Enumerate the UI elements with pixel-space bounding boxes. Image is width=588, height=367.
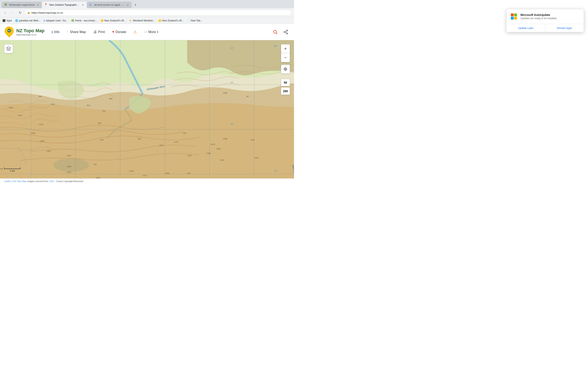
bookmark-nz-off1[interactable]: 🟡 New Zealand's off...	[100, 19, 126, 22]
bookmark-westland[interactable]: 🌤️ Westland Weather...	[129, 19, 155, 22]
svg-text:905: 905	[251, 139, 254, 141]
svg-text:483: 483	[98, 122, 101, 124]
svg-text:639: 639	[100, 139, 103, 141]
tab-favicon-whitewater: 🌿	[4, 3, 7, 7]
svg-text:07: 07	[231, 47, 233, 50]
footer-crown: - Crown Copyright Reserved	[55, 180, 83, 183]
svg-text:815: 815	[51, 103, 54, 105]
nav-print-label: Print	[98, 30, 105, 34]
svg-line-10	[285, 31, 287, 32]
nav-print[interactable]: 🖨 Print	[90, 28, 108, 36]
nav-donate[interactable]: ♥ Donate	[109, 28, 129, 36]
footer-text: images sourced from	[27, 180, 48, 183]
nav-alert[interactable]: ⚠	[131, 28, 140, 36]
bookmark-home-label: Home - aus.inreac...	[75, 19, 97, 22]
scale-50-button[interactable]: 50	[281, 79, 290, 86]
zoom-out-button[interactable]: −	[281, 53, 290, 62]
bookmark-apps[interactable]: ⬛ Apps	[2, 19, 12, 22]
nav-info[interactable]: ℹ Info	[49, 28, 62, 36]
tab-close-whitewater[interactable]: ✕	[36, 3, 39, 7]
tab-close-nztopo[interactable]: ✕	[81, 3, 84, 7]
bookmarks-bar: ⬛ Apps 🌐 paradise.net Web... G takapari …	[0, 17, 294, 24]
svg-text:1203: 1203	[9, 106, 13, 109]
location-icon	[283, 67, 288, 71]
svg-text:1107: 1107	[174, 141, 178, 143]
footer-separator: |	[12, 180, 12, 183]
linz-link[interactable]: LINZ	[49, 180, 54, 183]
nav-more-label: More	[148, 30, 156, 34]
svg-text:NZ: NZ	[8, 30, 10, 32]
bookmark-home-inreach[interactable]: 🌿 Home - aus.inreac...	[71, 19, 97, 22]
svg-text:1150: 1150	[17, 114, 22, 117]
nav-share[interactable]: ↑ Share Map	[64, 28, 89, 36]
forward-button[interactable]: ›	[10, 10, 16, 16]
share-action-button[interactable]	[282, 28, 290, 36]
browser-chrome: 🌿 Whitewater wapiti block ✕ 📍 New Zealan…	[0, 0, 294, 24]
lock-icon: 🔒	[27, 11, 30, 14]
url-bar[interactable]: 🔒 https://www.topomap.co.nz	[25, 9, 292, 16]
svg-text:1000: 1000	[31, 132, 35, 134]
refresh-button[interactable]: ↻	[17, 10, 23, 16]
site-header: NZ NZ Topo Map www.topomap.co.nz ℹ Info …	[0, 24, 294, 40]
bookmark-nz-off2[interactable]: 🟡 New Zealand's off...	[158, 19, 183, 22]
svg-text:07: 07	[231, 123, 233, 125]
bookmark-takapari-icon: G	[43, 19, 45, 22]
tab-title-google: alt print screen on apple ke...	[94, 3, 124, 6]
svg-text:1234: 1234	[39, 123, 43, 125]
nztopo-link[interactable]: NZ Topo Map	[13, 180, 26, 183]
svg-text:620: 620	[187, 172, 191, 174]
svg-text:1103: 1103	[219, 159, 224, 161]
tab-close-google[interactable]: ✕	[126, 3, 129, 7]
svg-text:857: 857	[138, 138, 141, 140]
scale-label: 1 km	[9, 169, 15, 172]
bookmark-nz-off2-label: New Zealand's off...	[162, 19, 183, 22]
svg-text:1240: 1240	[165, 172, 169, 174]
svg-text:204: 204	[102, 110, 106, 112]
leaflet-link[interactable]: Leaflet	[4, 180, 11, 183]
scale-line	[4, 167, 20, 169]
tab-bar: 🌿 Whitewater wapiti block ✕ 📍 New Zealan…	[0, 0, 294, 8]
layers-icon	[6, 46, 11, 51]
tab-whitewater[interactable]: 🌿 Whitewater wapiti block ✕	[2, 2, 42, 8]
bookmark-new-tab[interactable]: 📄 New Tab...	[187, 19, 202, 22]
print-icon: 🖨	[93, 30, 97, 34]
logo-area[interactable]: NZ NZ Topo Map www.topomap.co.nz	[4, 26, 44, 38]
svg-line-5	[276, 33, 277, 34]
svg-text:1070: 1070	[211, 143, 215, 145]
tab-title-nztopo: New Zealand Topographic Map...	[49, 3, 79, 6]
tab-favicon-google: G	[89, 3, 93, 7]
scale-ruler	[4, 167, 20, 169]
tab-title-whitewater: Whitewater wapiti block	[9, 3, 35, 6]
bookmark-paradise-icon: 🌐	[15, 19, 18, 22]
bookmark-apps-icon: ⬛	[2, 19, 6, 22]
scale-250-button[interactable]: 250	[281, 87, 290, 95]
map-container[interactable]: 07 07 07 03 03 646 815 824 1203 1150 123…	[0, 40, 294, 178]
bookmark-paradise[interactable]: 🌐 paradise.net Web...	[15, 19, 40, 22]
search-button[interactable]	[271, 28, 279, 36]
svg-text:1210: 1210	[187, 154, 192, 157]
nav-more[interactable]: ··· More ▾	[141, 28, 161, 36]
zoom-in-button[interactable]: +	[281, 44, 290, 53]
svg-text:1034: 1034	[254, 157, 259, 159]
svg-text:1068: 1068	[95, 176, 100, 178]
svg-text:365: 365	[109, 98, 112, 100]
logo-pin-icon: NZ	[4, 26, 14, 38]
svg-text:1080: 1080	[216, 148, 221, 150]
tab-google[interactable]: G alt print screen on apple ke... ✕	[87, 2, 132, 8]
bookmark-apps-label: Apps	[6, 19, 12, 22]
back-button[interactable]: ‹	[2, 10, 8, 16]
svg-text:1021: 1021	[159, 144, 164, 146]
tab-nztopo[interactable]: 📍 New Zealand Topographic Map... ✕	[42, 2, 87, 8]
bookmark-takapari[interactable]: G takapari road - Go...	[43, 19, 68, 22]
svg-text:646: 646	[39, 95, 42, 98]
logo-main-text: NZ Topo Map	[16, 28, 44, 33]
svg-point-7	[284, 31, 285, 33]
svg-text:07: 07	[231, 81, 233, 84]
nav-donate-label: Donate	[116, 30, 126, 34]
map-layers-button[interactable]	[4, 44, 13, 53]
location-button[interactable]	[281, 65, 290, 74]
svg-text:1768: 1768	[206, 152, 211, 154]
info-icon: ℹ	[52, 30, 53, 34]
new-tab-button[interactable]: +	[132, 2, 138, 8]
bookmark-paradise-label: paradise.net Web...	[19, 19, 40, 22]
